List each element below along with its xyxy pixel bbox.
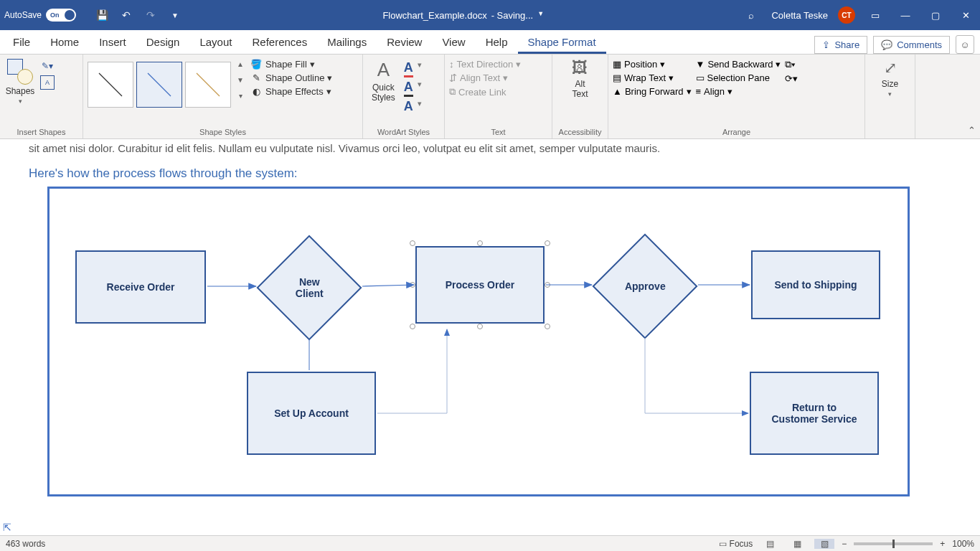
style-preset-3[interactable] [185,62,231,108]
shape-effects-button[interactable]: ◐Shape Effects ▾ [250,86,332,97]
shape-send-shipping[interactable]: Send to Shipping [751,250,880,319]
styles-more-icon[interactable]: ▾ [235,89,245,102]
selection-handles [413,243,547,326]
effects-icon: ◐ [250,86,263,97]
align-text-label: Align Text [460,72,500,83]
selection-pane-button[interactable]: ▭Selection Pane [696,72,781,83]
styles-scroll-down-icon[interactable]: ▼ [235,73,245,86]
zoom-in-icon[interactable]: + [940,539,945,549]
tab-file[interactable]: File [3,32,40,54]
view-web-icon[interactable]: ▧ [814,539,834,549]
styles-scroll-up-icon[interactable]: ▲ [235,57,245,70]
size-icon: ⤢ [884,59,897,77]
group-label-arrange: Arrange [613,128,860,138]
shape-set-up-account[interactable]: Set Up Account [247,372,376,455]
position-button[interactable]: ▦Position ▾ [613,59,692,70]
comments-button[interactable]: 💬Comments [873,36,950,54]
shape-effects-label: Shape Effects [265,86,324,97]
focus-label: Focus [730,539,753,549]
view-read-icon[interactable]: ▤ [760,539,780,549]
ribbon-mode-icon[interactable]: ▭ [865,10,885,21]
zoom-level[interactable]: 100% [952,539,974,549]
document-saving: - Saving... [491,10,534,21]
search-icon[interactable]: ⌕ [741,10,761,21]
document-canvas[interactable]: sit amet nisi dolor. Curabitur id elit f… [0,139,980,535]
focus-mode-button[interactable]: ▭ Focus [719,539,753,549]
shape-fill-button[interactable]: 🪣Shape Fill ▾ [250,59,332,70]
alt-text-button[interactable]: 🖼 Alt Text [567,57,592,99]
minimize-icon[interactable]: — [895,10,915,21]
wrap-icon: ▤ [613,72,621,83]
comments-label: Comments [897,39,942,50]
word-count[interactable]: 463 words [6,539,45,549]
shape-approve-label: Approve [625,281,666,292]
tab-references[interactable]: References [242,32,317,54]
bring-forward-button[interactable]: ▲Bring Forward ▾ [613,86,692,97]
tab-insert[interactable]: Insert [89,32,136,54]
share-button[interactable]: ⇪Share [814,36,867,54]
autosave-toggle[interactable]: On [46,9,76,22]
shape-return-cs-label: Return to Customer Service [771,402,857,425]
shape-new-client-label: New Client [296,276,324,299]
send-backward-icon: ▼ [696,59,705,70]
tab-shape-format[interactable]: Shape Format [518,32,606,54]
group-label-wordart-styles: WordArt Styles [367,128,440,138]
undo-icon[interactable]: ↶ [116,9,136,21]
tab-design[interactable]: Design [136,32,190,54]
send-backward-button[interactable]: ▼Send Backward ▾ [696,59,781,70]
shape-receive-order[interactable]: Receive Order [75,250,206,324]
user-name[interactable]: Coletta Teske [771,10,828,21]
shape-return-cs[interactable]: Return to Customer Service [750,372,879,455]
titlebar-left: AutoSave On 💾 ↶ ↷ ▼ [4,9,185,22]
drawing-canvas[interactable]: Receive Order Process Order Send to Ship… [47,187,910,496]
group-text: ↕Text Direction ▾ ⇵Align Text ▾ ⧉Create … [445,55,552,138]
rotate-button[interactable]: ⟳▾ [785,73,798,84]
ribbon-collapse-icon[interactable]: ⌃ [963,55,980,138]
tab-layout[interactable]: Layout [189,32,242,54]
rotate-icon: ⟳▾ [785,73,798,84]
shape-send-shipping-label: Send to Shipping [774,279,857,291]
close-icon[interactable]: ✕ [956,10,976,21]
tab-review[interactable]: Review [377,32,432,54]
create-link-label: Create Link [458,87,506,98]
style-preset-2[interactable] [136,62,182,108]
quick-styles-label: Quick Styles [372,83,395,103]
shapes-button[interactable]: Shapes ▾ [4,57,36,105]
shape-approve[interactable]: Approve [592,233,697,339]
feedback-icon[interactable]: ☺ [956,35,974,54]
text-direction-icon: ↕ [449,59,454,70]
quick-styles-icon: A [377,59,390,81]
zoom-out-icon[interactable]: − [842,539,847,549]
title-dropdown-icon[interactable]: ▼ [537,10,544,21]
shape-outline-button[interactable]: ✎Shape Outline ▾ [250,72,332,83]
shape-receive-order-label: Receive Order [107,281,175,293]
wrap-text-button[interactable]: ▤Wrap Text ▾ [613,72,692,83]
avatar[interactable]: CT [838,6,855,24]
text-fill-icon: A▾ [404,60,422,77]
customize-qat-icon[interactable]: ▼ [165,11,185,19]
group-shape-styles: ▲ ▼ ▾ 🪣Shape Fill ▾ ✎Shape Outline ▾ ◐Sh… [83,55,363,138]
autosave-label: AutoSave [4,10,42,20]
style-preset-1[interactable] [88,62,133,108]
save-icon[interactable]: 💾 [92,9,112,21]
tab-mailings[interactable]: Mailings [317,32,377,54]
view-print-icon[interactable]: ▦ [787,539,807,549]
svg-line-1 [148,73,171,96]
text-box-icon[interactable]: A [40,75,55,90]
group-size: ⤢ Size ▾ [865,55,915,138]
zoom-slider[interactable] [854,542,933,545]
shapes-label: Shapes [6,86,35,96]
tab-view[interactable]: View [432,32,475,54]
text-direction-label: Text Direction [457,59,514,70]
shape-new-client[interactable]: New Client [256,235,362,340]
edit-shape-icon[interactable]: ✎▾ [40,59,55,73]
align-button[interactable]: ≡Align ▾ [696,86,781,97]
maximize-icon[interactable]: ▢ [925,10,946,21]
group-objects-button[interactable]: ⧉▾ [785,59,798,70]
redo-icon[interactable]: ↷ [141,9,161,21]
size-button[interactable]: ⤢ Size ▾ [877,57,903,98]
tab-help[interactable]: Help [476,32,518,54]
tab-home[interactable]: Home [40,32,89,54]
toggle-knob [65,10,75,20]
group-icon: ⧉▾ [785,59,795,70]
